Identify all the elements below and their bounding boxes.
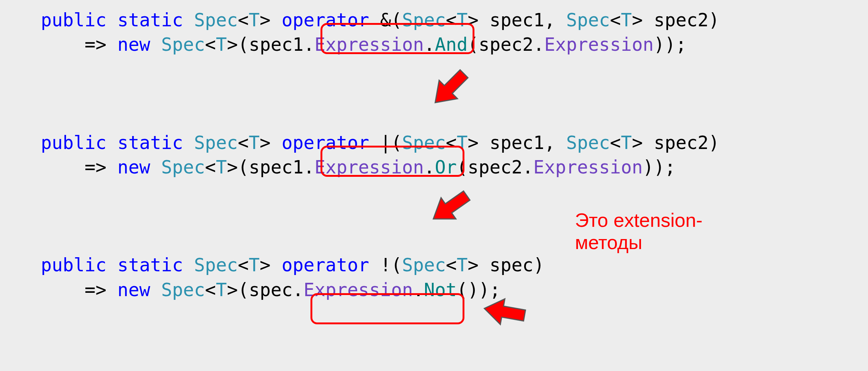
code-block: public static Spec<T> operator &(Spec<T>… — [41, 8, 719, 302]
code-line-1: public static Spec<T> operator &(Spec<T>… — [41, 8, 719, 302]
annotation-text: Это extension- методы — [575, 209, 703, 254]
